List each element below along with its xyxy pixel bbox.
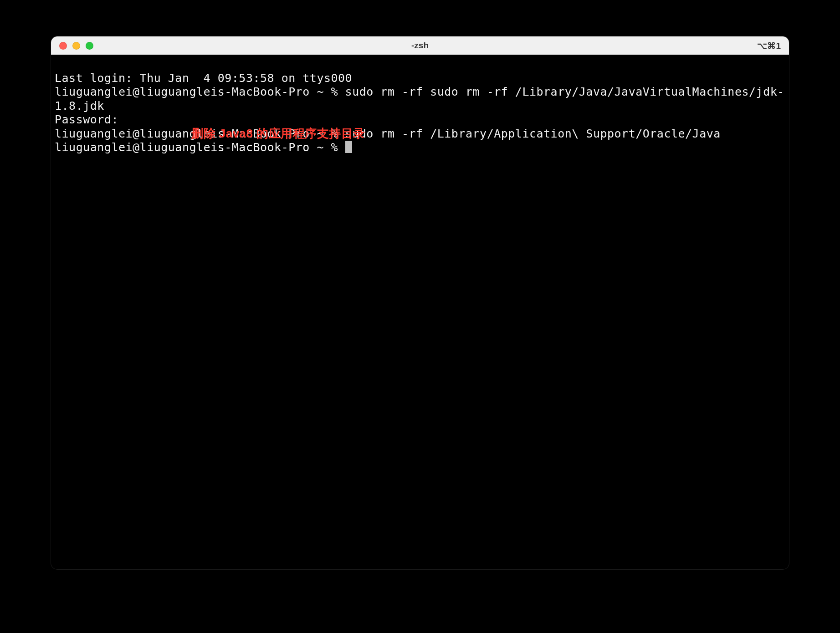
cursor-icon — [345, 141, 352, 153]
titlebar[interactable]: -zsh ⌥⌘1 — [51, 36, 789, 55]
close-icon[interactable] — [59, 42, 67, 50]
terminal-body[interactable]: Last login: Thu Jan 4 09:53:58 on ttys00… — [51, 55, 789, 199]
prompt-text: liuguanglei@liuguangleis-MacBook-Pro ~ % — [55, 141, 345, 154]
terminal-line: liuguanglei@liuguangleis-MacBook-Pro ~ %… — [55, 127, 785, 141]
terminal-line: Last login: Thu Jan 4 09:53:58 on ttys00… — [55, 71, 785, 86]
terminal-window: -zsh ⌥⌘1 Last login: Thu Jan 4 09:53:58 … — [51, 36, 789, 569]
window-shortcut: ⌥⌘1 — [757, 41, 781, 51]
terminal-prompt: liuguanglei@liuguangleis-MacBook-Pro ~ % — [55, 141, 785, 155]
terminal-line: liuguanglei@liuguangleis-MacBook-Pro ~ %… — [55, 85, 785, 113]
minimize-icon[interactable] — [72, 42, 80, 50]
annotation-text: 删除 Java8 的应用程序支持目录 — [191, 127, 365, 141]
maximize-icon[interactable] — [86, 42, 93, 50]
window-title: -zsh — [411, 41, 429, 51]
terminal-line: Password: — [55, 113, 785, 127]
traffic-lights — [59, 42, 93, 50]
